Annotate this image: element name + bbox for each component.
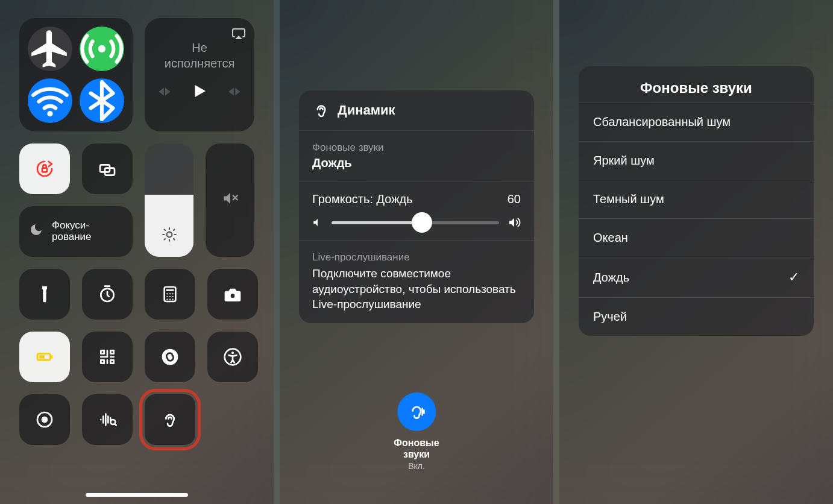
bg-sounds-label: Фоновые звуки [312,142,521,154]
list-item[interactable]: Дождь✓ [579,257,814,297]
qr-scanner-button[interactable] [82,332,133,382]
svg-point-17 [172,296,174,297]
svg-point-0 [98,45,105,52]
wifi-toggle[interactable] [28,78,72,123]
svg-point-15 [166,296,168,297]
screen-mirror-icon [98,159,117,178]
hearing-detail-screen: Динамик Фоновые звуки Дождь Громкость: Д… [280,0,553,504]
ear-waves-icon [407,402,426,421]
svg-point-16 [169,296,171,297]
airplane-mode-toggle[interactable] [28,27,72,71]
next-track-icon[interactable] [227,84,242,102]
svg-line-31 [115,424,116,426]
prev-track-icon[interactable] [157,84,172,102]
background-sound-row[interactable]: Фоновые звуки Дождь [299,131,534,181]
shazam-icon [160,347,180,367]
checkmark-icon: ✓ [788,269,799,285]
volume-section: Громкость: Дождь 60 [299,181,534,241]
bg-sound-value: Дождь [312,156,521,170]
volume-value: 60 [508,192,521,206]
calculator-icon [160,285,180,304]
list-item[interactable]: Яркий шум [579,141,814,180]
ear-icon [312,101,330,119]
svg-point-14 [172,293,174,294]
svg-rect-24 [39,355,45,358]
rotation-lock-toggle[interactable] [19,143,70,194]
connectivity-group[interactable] [19,18,133,131]
volume-mute-icon [222,190,239,210]
timer-button[interactable] [82,269,133,320]
sound-list-title: Фоновые звуки [579,66,814,102]
airplay-icon[interactable] [231,27,246,43]
antenna-icon [80,27,124,71]
live-listen-desc: Подключите совместимое аудиоустройство, … [312,266,521,312]
flashlight-icon [35,285,54,304]
list-item[interactable]: Ручей [579,297,814,336]
bluetooth-toggle[interactable] [80,78,124,123]
bluetooth-icon [80,78,124,123]
screen-mirroring-button[interactable] [82,143,133,194]
low-power-mode-toggle[interactable] [19,332,70,382]
svg-point-20 [172,299,174,300]
flashlight-button[interactable] [19,269,70,320]
ear-icon [160,410,180,429]
sound-option-label: Темный шум [593,192,664,206]
svg-point-12 [166,293,168,294]
sound-option-label: Дождь [593,271,629,285]
svg-point-19 [169,299,171,300]
rotation-lock-icon [35,159,54,178]
moon-icon [29,222,43,241]
camera-button[interactable] [207,269,258,320]
svg-point-8 [44,292,46,294]
svg-point-5 [166,232,172,238]
sound-option-label: Океан [593,231,628,245]
sound-option-label: Ручей [593,310,627,324]
camera-icon [223,285,242,304]
hearing-card: Динамик Фоновые звуки Дождь Громкость: Д… [299,90,534,323]
svg-point-1 [47,111,52,116]
shazam-button[interactable] [145,332,195,382]
brightness-icon [162,227,177,246]
sound-option-label: Сбалансированный шум [593,115,731,129]
volume-label: Громкость: Дождь [312,192,413,206]
play-icon[interactable] [190,82,209,104]
device-header: Динамик [299,90,534,131]
accessibility-icon [223,347,242,367]
media-playback-tile[interactable]: Не исполняется [145,18,254,131]
background-sounds-toggle[interactable]: Фоновые звуки Вкл. [394,392,439,471]
bg-sounds-button-label: Фоновые звуки [394,437,439,460]
sound-waves-icon [98,410,117,429]
brightness-slider[interactable] [145,143,193,257]
sound-list-card: Фоновые звуки Сбалансированный шумЯркий … [579,66,814,336]
airplane-icon [28,27,72,71]
volume-low-icon [312,217,323,228]
list-item[interactable]: Океан [579,218,814,257]
hearing-button[interactable] [145,394,195,445]
control-center-screen: Не исполняется [0,0,274,504]
home-indicator[interactable] [86,493,188,497]
accessibility-shortcut-button[interactable] [207,332,258,382]
sound-option-label: Яркий шум [593,154,655,168]
volume-slider[interactable] [206,143,254,257]
timer-icon [98,285,117,304]
record-icon [35,410,54,429]
focus-mode-button[interactable]: Фокуси- рование [19,206,133,257]
sound-recognition-button[interactable] [82,394,133,445]
cellular-data-toggle[interactable] [80,27,124,71]
svg-point-29 [42,417,48,423]
screen-record-button[interactable] [19,394,70,445]
qr-icon [98,347,117,367]
calculator-button[interactable] [145,269,195,320]
sound-selection-screen: Фоновые звуки Сбалансированный шумЯркий … [559,0,833,504]
svg-point-21 [230,293,235,298]
battery-icon [35,347,54,367]
list-item[interactable]: Темный шум [579,180,814,218]
focus-label: Фокуси- рование [52,220,92,242]
live-listen-title: Live-прослушивание [312,251,521,263]
list-item[interactable]: Сбалансированный шум [579,102,814,141]
bg-volume-slider[interactable] [332,221,499,224]
media-status: Не исполняется [165,40,234,71]
wifi-icon [28,78,72,123]
live-listen-section: Live-прослушивание Подключите совместимо… [299,241,534,323]
volume-high-icon [508,216,521,229]
